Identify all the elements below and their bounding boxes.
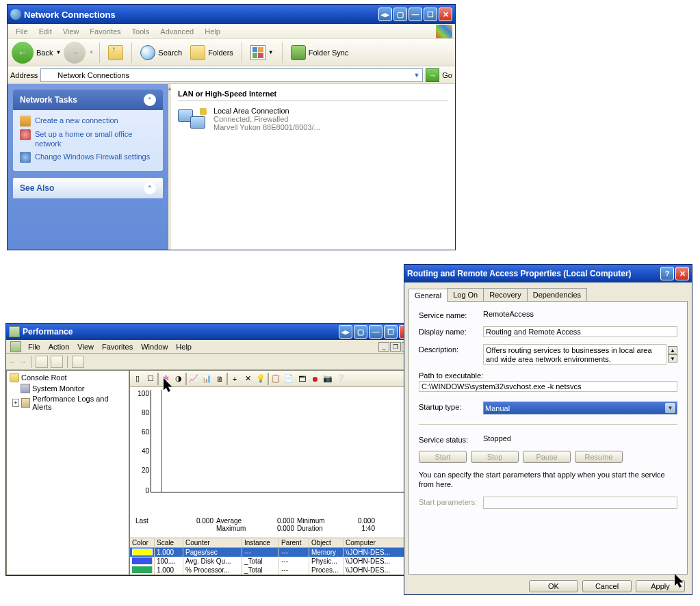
properties-icon[interactable]: 🗔 bbox=[296, 373, 308, 385]
task-firewall-settings[interactable]: Change Windows Firewall settings bbox=[20, 152, 156, 163]
sysmon-pane: ▯ ☐ ✻ ◑ 📈 📊 🗎 + ✕ 💡 📋 📄 🗔 ⏺ 📷 ❔ bbox=[129, 370, 415, 575]
connection-item[interactable]: Local Area Connection Connected, Firewal… bbox=[178, 107, 448, 137]
titlebar[interactable]: Performance ◂▸ ▢ — ☐ ✕ bbox=[6, 324, 415, 340]
add-icon[interactable]: + bbox=[229, 373, 241, 385]
tab-recovery[interactable]: Recovery bbox=[483, 288, 527, 301]
perfmon-icon bbox=[9, 326, 20, 337]
dropdown-arrow-icon[interactable]: ▼ bbox=[665, 403, 675, 413]
menu-file[interactable]: File bbox=[10, 27, 34, 36]
content-pane[interactable]: LAN or High-Speed Internet Local Area Co… bbox=[171, 84, 455, 250]
maximize-button[interactable]: ☐ bbox=[424, 8, 437, 21]
report-icon[interactable]: 🗎 bbox=[213, 373, 226, 385]
tab-logon[interactable]: Log On bbox=[447, 288, 484, 301]
update-icon[interactable]: 📷 bbox=[322, 373, 334, 385]
service-status-label: Service status: bbox=[419, 434, 483, 444]
fullscreen-button[interactable]: ▢ bbox=[354, 325, 367, 339]
scope-tree[interactable]: Console Root System Monitor +Performance… bbox=[6, 370, 129, 575]
properties-icon[interactable] bbox=[51, 356, 63, 368]
menu-action[interactable]: Action bbox=[44, 343, 74, 351]
clear-display-icon[interactable]: ☐ bbox=[144, 373, 157, 385]
search-button[interactable]: Search bbox=[138, 44, 185, 62]
collapse-icon[interactable]: ⌃ bbox=[144, 182, 156, 194]
cancel-button[interactable]: Cancel bbox=[582, 580, 632, 592]
forward-button[interactable]: → bbox=[64, 42, 86, 64]
minimize-button[interactable]: — bbox=[409, 8, 422, 21]
menu-help[interactable]: Help bbox=[172, 343, 196, 351]
stop-button[interactable]: Stop bbox=[471, 451, 519, 463]
maximize-button[interactable]: ☐ bbox=[384, 325, 398, 339]
see-also-box: See Also ⌃ bbox=[13, 178, 163, 198]
network-tasks-header[interactable]: Network Tasks ⌃ bbox=[13, 90, 163, 110]
titlebar[interactable]: Routing and Remote Access Properties (Lo… bbox=[404, 265, 692, 282]
fullscreen-button[interactable]: ▢ bbox=[393, 8, 407, 21]
view-log-icon[interactable]: ◑ bbox=[172, 373, 185, 385]
start-button[interactable]: Start bbox=[419, 451, 467, 463]
menu-advanced[interactable]: Advanced bbox=[155, 27, 199, 36]
help-icon[interactable]: ❔ bbox=[335, 373, 347, 385]
address-field[interactable]: Network Connections ▼ bbox=[40, 68, 423, 82]
ok-button[interactable]: OK bbox=[529, 580, 578, 592]
tree-perf-logs[interactable]: +Performance Logs and Alerts bbox=[8, 394, 127, 412]
menu-window[interactable]: Window bbox=[137, 343, 172, 351]
highlight-icon[interactable]: 💡 bbox=[255, 373, 267, 385]
mdi-minimize-button[interactable]: _ bbox=[378, 342, 389, 352]
menu-edit[interactable]: Edit bbox=[34, 27, 57, 36]
startup-type-dropdown[interactable]: Manual▼ bbox=[483, 401, 677, 414]
dropdown-icon[interactable]: ▼ bbox=[413, 72, 419, 79]
menu-file[interactable]: File bbox=[24, 343, 44, 351]
mdi-restore-button[interactable]: ❐ bbox=[390, 342, 401, 352]
menu-tools[interactable]: Tools bbox=[127, 27, 155, 36]
forward-dropdown-icon[interactable]: ▼ bbox=[88, 49, 94, 55]
task-setup-network[interactable]: Set up a home or small office network bbox=[20, 129, 156, 149]
minimize-button[interactable]: — bbox=[369, 325, 383, 339]
close-button[interactable]: ✕ bbox=[675, 267, 689, 280]
folder-sync-button[interactable]: Folder Sync bbox=[288, 44, 352, 62]
back-button[interactable]: ← bbox=[12, 42, 34, 64]
help-button[interactable]: ? bbox=[660, 267, 674, 280]
go-button[interactable]: → bbox=[426, 68, 439, 82]
new-counter-set-icon[interactable]: ▯ bbox=[131, 373, 144, 385]
counter-row[interactable]: 1.000% Processor..._Total---Proces...\\J… bbox=[130, 566, 415, 575]
start-params-field[interactable] bbox=[483, 497, 677, 509]
menu-view[interactable]: View bbox=[57, 27, 85, 36]
tree-console-root[interactable]: Console Root bbox=[8, 372, 127, 383]
tab-dependencies[interactable]: Dependencies bbox=[527, 288, 587, 301]
description-scrollbar[interactable]: ▲▼ bbox=[668, 346, 677, 363]
task-create-connection[interactable]: Create a new connection bbox=[20, 116, 156, 127]
back-dropdown-icon[interactable]: ▼ bbox=[55, 49, 61, 55]
tree-system-monitor[interactable]: System Monitor bbox=[8, 383, 127, 394]
collapse-icon[interactable]: ⌃ bbox=[144, 94, 156, 106]
counter-list[interactable]: Color Scale Counter Instance Parent Obje… bbox=[130, 538, 415, 575]
menu-favorites[interactable]: Favorites bbox=[84, 27, 126, 36]
counter-row[interactable]: 1.000Pages/sec------Memory\\JOHN-DES... bbox=[130, 548, 415, 557]
menu-favorites[interactable]: Favorites bbox=[98, 343, 137, 351]
display-name-label: Display name: bbox=[419, 326, 483, 336]
counter-row[interactable]: 100....Avg. Disk Qu..._Total---Physic...… bbox=[130, 557, 415, 566]
see-also-header[interactable]: See Also ⌃ bbox=[13, 178, 163, 198]
chart-icon[interactable]: 📈 bbox=[187, 373, 200, 385]
resume-button[interactable]: Resume bbox=[575, 451, 623, 463]
help-icon[interactable] bbox=[72, 356, 84, 368]
menu-view[interactable]: View bbox=[73, 343, 98, 351]
close-button[interactable]: ✕ bbox=[439, 8, 452, 21]
nav-prev-button[interactable]: ◂▸ bbox=[378, 8, 392, 21]
paste-icon[interactable]: 📄 bbox=[283, 373, 295, 385]
menu-help[interactable]: Help bbox=[199, 27, 226, 36]
histogram-icon[interactable]: 📊 bbox=[200, 373, 213, 385]
display-name-field[interactable]: Routing and Remote Access bbox=[483, 326, 677, 337]
hint-text: You can specify the start parameters tha… bbox=[419, 470, 677, 490]
folders-button[interactable]: Folders bbox=[187, 44, 236, 62]
menubar: File Action View Favorites Window Help _… bbox=[6, 340, 415, 354]
description-field[interactable]: Offers routing services to businesses in… bbox=[483, 344, 666, 365]
up-button[interactable]: ↑ bbox=[105, 44, 126, 62]
chart-area[interactable]: 100806040200 bbox=[130, 387, 415, 516]
views-button[interactable]: ▼ bbox=[248, 44, 276, 62]
nav-prev-button[interactable]: ◂▸ bbox=[339, 325, 352, 339]
pause-button[interactable]: Pause bbox=[523, 451, 571, 463]
tab-general[interactable]: General bbox=[409, 289, 448, 302]
copy-icon[interactable]: 📋 bbox=[270, 373, 282, 385]
delete-icon[interactable]: ✕ bbox=[242, 373, 254, 385]
titlebar[interactable]: Network Connections ◂▸ ▢ — ☐ ✕ bbox=[8, 5, 455, 24]
scope-icon[interactable] bbox=[36, 356, 48, 368]
freeze-icon[interactable]: ⏺ bbox=[309, 373, 321, 385]
